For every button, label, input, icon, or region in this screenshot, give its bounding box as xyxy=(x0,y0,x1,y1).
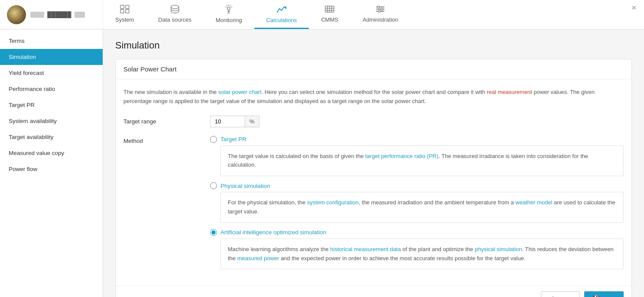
sidebar-item-performance-ratio[interactable]: Performance ratio xyxy=(0,81,103,97)
save-button[interactable]: 💾 Save xyxy=(584,291,624,297)
method-radio-ai[interactable]: Artificial intelligence optimized simula… xyxy=(210,229,624,236)
calculations-icon xyxy=(276,4,287,15)
reset-button[interactable]: ↺ Reset xyxy=(541,291,580,297)
svg-rect-1 xyxy=(126,5,129,9)
svg-point-17 xyxy=(379,10,381,13)
method-target-pr-desc-box: The target value is calculated on the ba… xyxy=(220,145,624,177)
target-range-input-group: % xyxy=(210,116,259,127)
top-bar: Demo ██████ kWp System xyxy=(0,0,644,29)
kwp-label: kWp xyxy=(74,12,85,18)
close-button[interactable]: × xyxy=(624,0,644,13)
sidebar-item-terms[interactable]: Terms xyxy=(0,33,103,49)
sidebar-item-simulation[interactable]: Simulation xyxy=(0,49,103,65)
tab-datasources-label: Data sources xyxy=(158,16,191,23)
method-ai-desc: Machine learning algorithms analyze the … xyxy=(228,245,616,263)
sidebar-item-target-pr[interactable]: Target PR xyxy=(0,97,103,113)
system-icon xyxy=(120,5,129,15)
svg-rect-2 xyxy=(120,10,124,13)
method-physical-desc-box: For the physical simulation, the system … xyxy=(220,192,624,223)
method-option-physical: Physical simulation For the physical sim… xyxy=(210,182,624,223)
tab-system-label: System xyxy=(115,16,134,23)
method-option-ai: Artificial intelligence optimized simula… xyxy=(210,229,624,270)
svg-point-15 xyxy=(378,6,380,8)
method-ai-desc-box: Machine learning algorithms analyze the … xyxy=(220,239,624,270)
method-target-pr-label: Target PR xyxy=(220,136,246,142)
tab-cmms-label: CMMS xyxy=(321,16,338,23)
radio-target-pr[interactable] xyxy=(210,136,217,143)
card-footer: ↺ Reset 💾 Save xyxy=(116,286,631,297)
target-range-unit: % xyxy=(245,116,259,127)
datasources-icon xyxy=(170,5,180,15)
tab-monitoring[interactable]: Monitoring xyxy=(204,0,254,29)
card-header: Solar Power Chart xyxy=(116,59,631,79)
method-option-target-pr: Target PR The target value is calculated… xyxy=(210,136,624,177)
description-text: The new simulation is available in the s… xyxy=(123,88,624,106)
target-range-input[interactable] xyxy=(210,116,245,127)
method-physical-desc: For the physical simulation, the system … xyxy=(228,198,616,216)
tab-datasources[interactable]: Data sources xyxy=(146,0,204,29)
method-physical-label: Physical simulation xyxy=(220,183,270,189)
target-range-row: Target range % xyxy=(123,116,624,127)
tab-calculations-label: Calculations xyxy=(266,17,297,23)
tab-administration-label: Administration xyxy=(362,16,398,23)
method-label: Method xyxy=(123,136,210,144)
sidebar-item-system-availability[interactable]: System availability xyxy=(0,113,103,129)
radio-ai[interactable] xyxy=(210,229,217,236)
svg-point-16 xyxy=(381,8,383,10)
logo-area: Demo ██████ kWp xyxy=(0,0,103,29)
method-options: Target PR The target value is calculated… xyxy=(210,136,624,276)
administration-icon xyxy=(375,5,385,15)
avatar xyxy=(7,5,26,24)
tab-administration[interactable]: Administration xyxy=(350,0,410,29)
solar-power-card: Solar Power Chart The new simulation is … xyxy=(115,59,632,297)
svg-rect-0 xyxy=(120,5,124,9)
page-title: Simulation xyxy=(115,40,632,51)
sidebar-item-target-availability[interactable]: Target availability xyxy=(0,129,103,145)
tab-system[interactable]: System xyxy=(103,0,146,29)
reset-icon: ↺ xyxy=(549,295,554,297)
logo-title: Demo ██████ kWp xyxy=(30,11,85,18)
method-radio-target-pr[interactable]: Target PR xyxy=(210,136,624,143)
target-range-label: Target range xyxy=(123,118,210,125)
svg-point-5 xyxy=(227,7,230,10)
tab-monitoring-label: Monitoring xyxy=(216,17,242,23)
method-target-pr-desc: The target value is calculated on the ba… xyxy=(228,152,616,170)
radio-physical[interactable] xyxy=(210,182,217,189)
svg-rect-3 xyxy=(126,10,129,13)
sidebar: Terms Simulation Yield forecast Performa… xyxy=(0,29,103,297)
tab-calculations[interactable]: Calculations xyxy=(254,0,309,29)
sidebar-item-power-flow[interactable]: Power flow xyxy=(0,161,103,177)
sidebar-item-yield-forecast[interactable]: Yield forecast xyxy=(0,65,103,81)
method-ai-label: Artificial intelligence optimized simula… xyxy=(220,229,327,236)
main-layout: Terms Simulation Yield forecast Performa… xyxy=(0,29,644,297)
main-nav: System Data sources xyxy=(103,0,624,29)
monitoring-icon xyxy=(224,4,233,15)
tab-cmms[interactable]: CMMS xyxy=(309,0,350,29)
sidebar-item-measured-value-copy[interactable]: Measured value copy xyxy=(0,145,103,161)
card-body: The new simulation is available in the s… xyxy=(116,79,631,286)
method-section: Method Target PR The target value is cal… xyxy=(123,136,624,276)
content-area: Simulation Solar Power Chart The new sim… xyxy=(103,29,644,297)
save-icon: 💾 xyxy=(592,295,600,297)
cmms-icon xyxy=(325,5,334,15)
svg-point-4 xyxy=(171,5,179,9)
demo-label: Demo xyxy=(30,12,44,18)
method-radio-physical[interactable]: Physical simulation xyxy=(210,182,624,189)
